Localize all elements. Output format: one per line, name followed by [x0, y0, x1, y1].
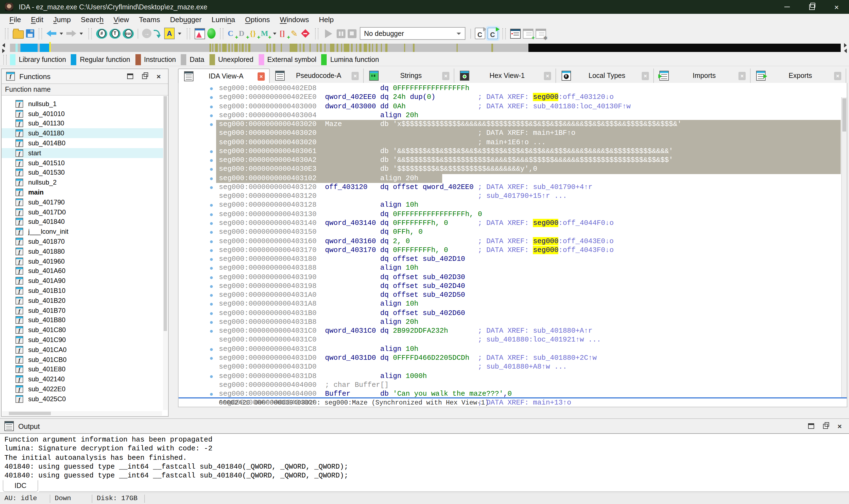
restore-button[interactable] [799, 0, 824, 14]
disasm-line[interactable]: seg000:00000000004031C8 align 10h [179, 345, 842, 354]
menu-item-jump[interactable]: Jump [48, 15, 76, 23]
menu-item-teams[interactable]: Teams [134, 15, 165, 23]
jump-icon[interactable] [153, 28, 162, 39]
undefine-icon[interactable]: → [142, 28, 151, 39]
output-close-button[interactable]: × [835, 422, 845, 431]
minimize-button[interactable] [774, 0, 799, 14]
disasm-line[interactable]: seg000:0000000000403190 dq offset sub_40… [179, 273, 842, 282]
desktop-settings-icon[interactable]: ✱ [535, 28, 546, 39]
menu-item-h[interactable]: Search [76, 15, 108, 23]
disasm-line[interactable]: seg000:00000000004031C0 ; sub_401880:loc… [179, 336, 842, 345]
tab-pseudocode-a[interactable]: Pseudocode-A× [270, 69, 364, 83]
disasm-line[interactable]: seg000:0000000000403020 ; main+1E6↑o ... [179, 138, 842, 147]
nav-scroll-left[interactable] [2, 43, 5, 53]
data-view-icon[interactable]: # [96, 28, 107, 39]
tab-close-icon[interactable]: × [442, 72, 449, 80]
disasm-line[interactable]: seg000:0000000000403170 qword_403170 dq … [179, 246, 842, 255]
menu-item-edit[interactable]: Edit [26, 15, 48, 23]
tab-close-icon[interactable]: × [738, 72, 746, 80]
function-list-item[interactable]: sub_401B20 [2, 296, 163, 306]
function-list-item[interactable]: sub_401510 [2, 158, 163, 168]
function-list-item[interactable]: sub_4022E0 [2, 384, 163, 394]
tab-local-types[interactable]: Local Types× [556, 69, 654, 83]
navigate-forward-icon[interactable] [66, 28, 76, 39]
menu-item-view[interactable]: View [109, 15, 134, 23]
back-history-dropdown[interactable] [60, 32, 63, 35]
continue-icon[interactable]: C [487, 28, 498, 39]
debugger-select[interactable]: No debugger [360, 27, 465, 40]
disasm-line[interactable]: seg000:0000000000403130 dq 0FFFFFFFFFFFF… [179, 210, 842, 219]
function-list-item[interactable]: start [2, 148, 163, 158]
function-list-item[interactable]: sub_401CB0 [2, 355, 163, 364]
function-list-item[interactable]: sub_401A60 [2, 266, 163, 276]
lumina-icon[interactable] [207, 28, 216, 39]
menu-item-file[interactable]: File [4, 15, 26, 23]
function-list-item[interactable]: sub_401530 [2, 168, 163, 178]
disassembly-view[interactable]: seg000:0000000000402ED8 dq 0FFFFFFFFFFFF… [178, 83, 847, 407]
disasm-line[interactable]: seg000:0000000000402ED8 dq 0FFFFFFFFFFFF… [179, 84, 842, 93]
disasm-line[interactable]: seg000:0000000000403061 db '&&$$$$$&$$&$… [179, 147, 842, 156]
function-list-item[interactable]: sub_401CA0 [2, 345, 163, 355]
add-code-icon[interactable]: C [228, 28, 237, 39]
stop-process-icon[interactable] [347, 28, 356, 39]
disasm-line[interactable]: seg000:0000000000404000 ; DATA XREF: mai… [179, 399, 842, 407]
disasm-line[interactable]: seg000:00000000004031D0 ; sub_401880+A8↑… [179, 362, 842, 372]
text-view-icon[interactable]: T [109, 28, 121, 39]
function-list-item[interactable]: sub_401B80 [2, 315, 163, 325]
close-button[interactable]: × [824, 0, 849, 14]
disasm-line[interactable]: seg000:00000000004031D8 align 1000h [179, 372, 842, 381]
panel-maximize-button[interactable] [125, 72, 135, 81]
function-list-item[interactable]: sub_4017D0 [2, 207, 163, 217]
function-list-item[interactable]: sub_4025C0 [2, 394, 163, 404]
pause-process-icon[interactable] [336, 28, 345, 39]
bin-view-icon[interactable]: 010 [123, 28, 134, 39]
disasm-line[interactable]: seg000:00000000004031C0 qword_4031C0 dq … [179, 327, 842, 336]
tab-close-icon[interactable]: × [544, 72, 551, 80]
output-float-button[interactable] [820, 422, 830, 431]
disasm-line[interactable]: seg000:0000000000403180 dq offset sub_40… [179, 255, 842, 264]
menu-item-options[interactable]: Options [240, 15, 275, 23]
function-list-item[interactable]: sub_401A90 [2, 276, 163, 286]
tab-imports[interactable]: Imports× [654, 69, 751, 83]
nav-scroll-right[interactable] [844, 43, 847, 53]
disasm-line[interactable]: seg000:0000000000403020 ; DATA XREF: mai… [179, 129, 842, 138]
disasm-line[interactable]: seg000:0000000000403128 align 10h [179, 201, 842, 210]
function-list-item[interactable]: sub_401960 [2, 256, 163, 266]
functions-vertical-scrollbar[interactable] [163, 96, 167, 410]
disasm-line[interactable]: seg000:0000000000403140 qword_403140 dq … [179, 219, 842, 228]
add-array-icon[interactable]: [] [280, 28, 289, 39]
function-list-item[interactable]: nullsub_1 [2, 99, 163, 109]
save-icon[interactable] [26, 28, 34, 39]
functions-horizontal-scrollbar[interactable] [2, 411, 162, 416]
disasm-line[interactable]: seg000:0000000000404000 Buffer db 'Can y… [179, 390, 842, 399]
disasm-line[interactable]: seg000:0000000000403188 align 10h [179, 264, 842, 273]
open-file-icon[interactable] [13, 28, 24, 39]
tab-hex-view-1[interactable]: Hex View-1× [454, 69, 556, 83]
add-enum-icon[interactable]: M [261, 28, 270, 39]
add-dropdown[interactable] [273, 32, 276, 35]
add-data-icon[interactable]: D [239, 28, 248, 39]
function-list-item[interactable]: sub_402140 [2, 374, 163, 384]
disasm-line[interactable]: seg000:0000000000403150 dq 0FFh, 0 [179, 228, 842, 237]
forward-history-dropdown[interactable] [79, 32, 83, 35]
function-list-item[interactable]: sub_401790 [2, 197, 163, 207]
tab-exports[interactable]: Exports× [751, 69, 846, 83]
disasm-line[interactable]: seg000:00000000004031A8 align 10h [179, 300, 842, 309]
function-list-item[interactable]: main [2, 187, 163, 197]
attach-icon[interactable]: C [474, 28, 485, 39]
disasm-line[interactable]: seg000:0000000000403198 dq offset sub_40… [179, 282, 842, 291]
panel-close-button[interactable]: × [153, 72, 164, 81]
output-maximize-button[interactable] [806, 422, 816, 431]
function-list-item[interactable]: sub_401870 [2, 236, 163, 247]
add-desktop-icon[interactable]: + [523, 28, 533, 39]
function-list-item[interactable]: sub_401C80 [2, 325, 163, 335]
output-window-icon[interactable] [510, 28, 520, 39]
tab-close-icon[interactable]: × [834, 72, 841, 80]
function-list-item[interactable]: j___lconv_init [2, 227, 163, 237]
disasm-line[interactable]: seg000:00000000004030A2 db '&&$$$$$$$$&$… [179, 156, 842, 165]
set-colors-icon[interactable] [195, 28, 205, 39]
disasm-line[interactable]: seg000:0000000000403120 off_403120 dq of… [179, 183, 842, 192]
make-string-icon[interactable]: A [164, 28, 175, 39]
disasm-line[interactable]: seg000:0000000000403120 ; sub_401790+15↑… [179, 192, 842, 201]
disasm-line[interactable]: seg000:00000000004031B0 dq offset sub_40… [179, 309, 842, 318]
